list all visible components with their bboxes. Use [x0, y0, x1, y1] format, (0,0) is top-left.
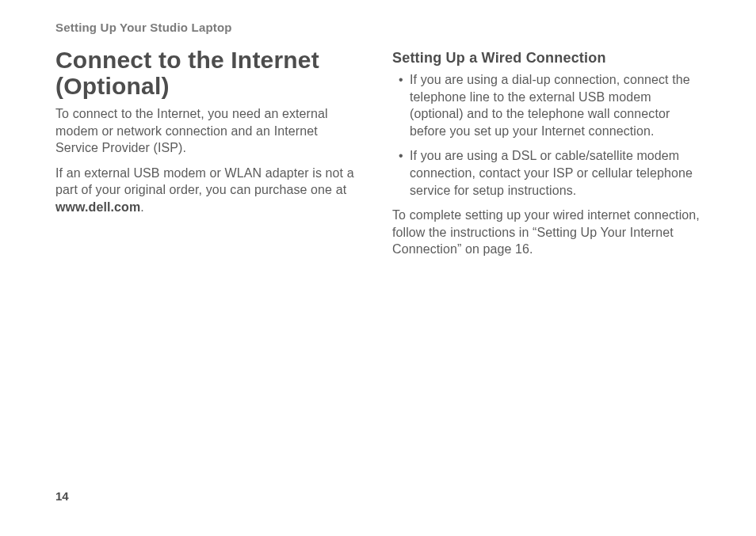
left-column: Connect to the Internet (Optional) To co… [55, 42, 364, 266]
section-title: Connect to the Internet (Optional) [55, 47, 364, 99]
body-paragraph: To connect to the Internet, you need an … [55, 105, 364, 157]
right-column: Setting Up a Wired Connection If you are… [392, 42, 701, 266]
running-head: Setting Up Your Studio Laptop [55, 21, 701, 34]
subsection-heading: Setting Up a Wired Connection [392, 50, 701, 67]
two-column-layout: Connect to the Internet (Optional) To co… [55, 42, 701, 266]
page-number: 14 [55, 489, 69, 503]
url-text: www.dell.com [55, 200, 140, 214]
list-item: If you are using a DSL or cable/satellit… [410, 147, 701, 199]
text-run: If an external USB modem or WLAN adapter… [55, 166, 354, 197]
list-item: If you are using a dial-up connection, c… [410, 71, 701, 139]
text-run: . [140, 200, 144, 214]
body-paragraph: To complete setting up your wired intern… [392, 207, 701, 258]
document-page: Setting Up Your Studio Laptop Connect to… [0, 0, 756, 536]
bullet-list: If you are using a dial-up connection, c… [392, 71, 701, 199]
body-paragraph: If an external USB modem or WLAN adapter… [55, 165, 364, 216]
